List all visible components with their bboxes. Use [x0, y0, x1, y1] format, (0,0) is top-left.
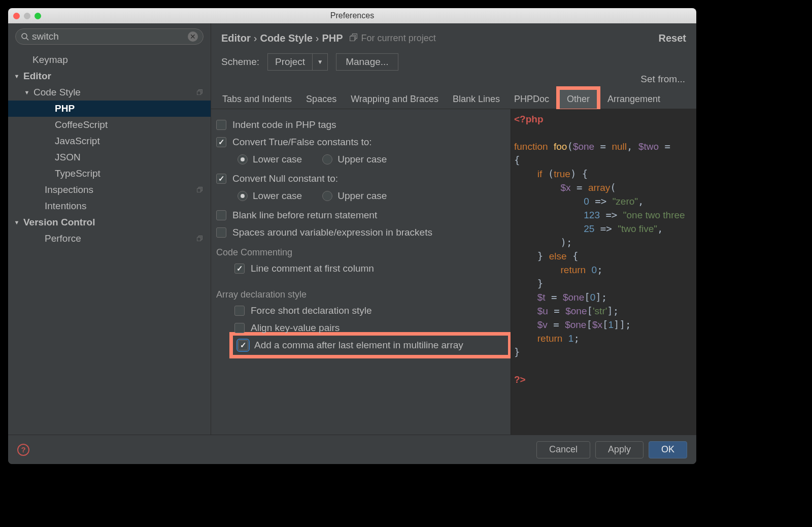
close-icon[interactable] [13, 13, 20, 19]
tree-item-json[interactable]: JSON [8, 149, 211, 166]
tf-lower-radio[interactable]: Lower case [238, 154, 302, 165]
tree-item-keymap[interactable]: Keymap [8, 52, 211, 68]
code-commenting-section: Code Commenting [216, 241, 505, 260]
tab-other[interactable]: Other [556, 86, 600, 112]
convert-null-checkbox[interactable]: Convert Null constant to: [216, 170, 505, 187]
help-icon[interactable]: ? [17, 444, 29, 456]
indent-php-tags-checkbox[interactable]: Indent code in PHP tags [216, 116, 505, 134]
tab-arrangement[interactable]: Arrangement [600, 90, 667, 109]
window-title: Preferences [330, 11, 374, 20]
tree-item-perforce[interactable]: Perforce🗇 [8, 230, 211, 247]
title-bar: Preferences [8, 8, 696, 23]
code-preview: <?php function foo($one = null, $two = {… [511, 109, 696, 435]
copy-icon: 🗇 [196, 88, 204, 96]
reset-link[interactable]: Reset [659, 32, 686, 44]
breadcrumb-row: Editor › Code Style › PHP 🗇For current p… [211, 23, 696, 46]
manage-button[interactable]: Manage... [336, 53, 398, 71]
apply-button[interactable]: Apply [595, 441, 644, 458]
svg-line-1 [26, 38, 28, 40]
scheme-label: Scheme: [221, 56, 259, 68]
tree-item-editor[interactable]: ▼Editor [8, 68, 211, 84]
force-short-decl-checkbox[interactable]: Force short declaration style [216, 302, 505, 319]
options-panel: Indent code in PHP tags Convert True/Fal… [211, 109, 511, 435]
tf-upper-radio[interactable]: Upper case [322, 154, 387, 165]
copy-icon: 🗇 [196, 235, 204, 243]
tab-spaces[interactable]: Spaces [299, 90, 344, 109]
copy-icon: 🗇 [196, 186, 204, 194]
chevron-down-icon[interactable]: ▼ [312, 54, 327, 70]
tab-bar: Tabs and IndentsSpacesWrapping and Brace… [211, 90, 696, 109]
tree-item-inspections[interactable]: Inspections🗇 [8, 182, 211, 198]
tree-item-version-control[interactable]: ▼Version Control [8, 214, 211, 230]
tree-item-intentions[interactable]: Intentions [8, 198, 211, 214]
line-comment-col-checkbox[interactable]: Line comment at first column [216, 260, 505, 277]
blank-before-return-checkbox[interactable]: Blank line before return statement [216, 207, 505, 224]
tab-phpdoc[interactable]: PHPDoc [507, 90, 556, 109]
project-icon: 🗇 [349, 33, 358, 44]
ok-button[interactable]: OK [649, 441, 687, 458]
tree-item-javascript[interactable]: JavaScript [8, 133, 211, 149]
dialog-footer: ? Cancel Apply OK [8, 435, 696, 464]
tab-wrapping-and-braces[interactable]: Wrapping and Braces [344, 90, 446, 109]
clear-search-icon[interactable]: ✕ [188, 31, 198, 42]
convert-true-false-checkbox[interactable]: Convert True/False constants to: [216, 134, 505, 151]
trailing-comma-checkbox[interactable]: Add a comma after last element in multil… [238, 340, 503, 351]
scheme-value: Project [268, 56, 312, 68]
svg-point-0 [22, 34, 27, 39]
tab-tabs-and-indents[interactable]: Tabs and Indents [215, 90, 299, 109]
for-current-project: 🗇For current project [349, 33, 436, 44]
sidebar: ✕ Keymap▼Editor▼Code Style🗇PHPCoffeeScri… [8, 23, 211, 435]
tree-item-php[interactable]: PHP [8, 101, 211, 117]
null-lower-radio[interactable]: Lower case [238, 190, 302, 202]
highlighted-trailing-comma: Add a comma after last element in multil… [229, 332, 511, 358]
main-panel: Editor › Code Style › PHP 🗇For current p… [211, 23, 696, 435]
preferences-window: Preferences ✕ Keymap▼Editor▼Code Style🗇P… [8, 8, 696, 464]
array-decl-section: Array declaration style [216, 277, 505, 302]
breadcrumb-codestyle[interactable]: Code Style [260, 32, 312, 44]
tree-item-coffeescript[interactable]: CoffeeScript [8, 117, 211, 133]
minimize-icon[interactable] [24, 13, 30, 19]
search-input[interactable] [32, 31, 188, 42]
set-from-link[interactable]: Set from... [640, 74, 696, 85]
tab-blank-lines[interactable]: Blank Lines [446, 90, 507, 109]
search-input-wrap[interactable]: ✕ [15, 28, 204, 45]
spaces-in-brackets-checkbox[interactable]: Spaces around variable/expression in bra… [216, 224, 505, 241]
breadcrumb-editor[interactable]: Editor [221, 32, 251, 44]
tree-item-code-style[interactable]: ▼Code Style🗇 [8, 84, 211, 101]
null-upper-radio[interactable]: Upper case [322, 190, 387, 202]
tree-item-typescript[interactable]: TypeScript [8, 166, 211, 182]
zoom-icon[interactable] [35, 13, 41, 19]
scheme-combo[interactable]: Project ▼ [267, 53, 328, 71]
breadcrumb-php: PHP [322, 32, 343, 44]
search-icon [21, 32, 29, 41]
settings-tree: Keymap▼Editor▼Code Style🗇PHPCoffeeScript… [8, 50, 211, 247]
cancel-button[interactable]: Cancel [536, 441, 590, 458]
